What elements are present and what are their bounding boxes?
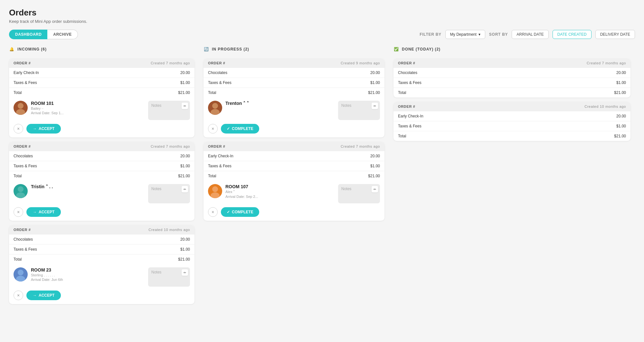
reject-button[interactable]: ×: [14, 207, 23, 217]
done-order-2: ORDER # Created 10 months ago Early Chec…: [393, 102, 630, 141]
notes-edit-button[interactable]: [182, 103, 188, 109]
order-label: ORDER #: [204, 142, 279, 151]
incoming-order-1: ORDER # Created 7 months ago Early Check…: [9, 59, 194, 137]
accept-button[interactable]: ACCEPT: [26, 291, 61, 300]
guest-room: ROOM 107: [225, 184, 258, 189]
table-row: Taxes & Fees $1.00: [9, 245, 194, 254]
svg-point-3: [16, 192, 25, 198]
done-order-1: ORDER # Created 7 months ago Chocolates …: [393, 59, 630, 97]
complete-label: COMPLETE: [232, 126, 253, 131]
item-amount: $1.00: [83, 161, 194, 171]
check-icon: [227, 126, 230, 131]
notes-edit-button[interactable]: [372, 186, 378, 192]
done-order-2-table: ORDER # Created 10 months ago Early Chec…: [393, 102, 630, 141]
notes-text: Notes: [341, 187, 351, 191]
filter-by-label: FILTER BY: [420, 32, 441, 37]
sort-date-created[interactable]: DATE CREATED: [553, 30, 592, 39]
incoming-title: INCOMING (6): [17, 47, 47, 51]
order-label: ORDER #: [9, 59, 86, 68]
sort-delivery-date[interactable]: DELIVERY DATE: [595, 30, 635, 39]
guest-details: Tristin ˄ . .: [31, 184, 53, 189]
item-amount: 20.00: [83, 151, 194, 161]
guest-room: Trenton ˄ ˄: [225, 101, 249, 106]
order-created: Created 7 months ago: [83, 142, 194, 151]
svg-point-0: [18, 103, 24, 109]
svg-point-5: [16, 276, 25, 282]
card-bottom: ROOM 101 Bailey ·· Arrival Date: Sep 1..…: [9, 97, 194, 124]
item-amount: $21.00: [276, 88, 384, 98]
table-row: Total $21.00: [393, 131, 630, 141]
avatar-img: [14, 101, 28, 115]
reject-button[interactable]: ×: [208, 124, 218, 134]
item-name: Chocolates: [9, 151, 83, 161]
order-label: ORDER #: [393, 59, 489, 68]
item-amount: $21.00: [86, 88, 194, 98]
inprogress-order-1: ORDER # Created 9 months ago Chocolates …: [204, 59, 384, 137]
item-amount: $1.00: [279, 161, 384, 171]
guest-info: Tristin ˄ . .: [14, 184, 145, 203]
notes-edit-button[interactable]: [182, 269, 188, 276]
notes-edit-button[interactable]: [182, 186, 188, 192]
item-name: Total: [9, 171, 83, 181]
order-label: ORDER #: [204, 59, 276, 68]
reject-button[interactable]: ×: [208, 207, 218, 217]
table-row: Total $21.00: [9, 88, 194, 98]
accept-label: ACCEPT: [39, 293, 54, 298]
inprogress-title: IN PROGRESS (2): [212, 47, 249, 51]
table-row: Taxes & Fees $1.00: [393, 78, 630, 88]
item-amount: $21.00: [489, 88, 630, 98]
incoming-icon: 🔔: [9, 46, 15, 52]
item-name: Taxes & Fees: [393, 78, 489, 88]
guest-details: ROOM 101 Bailey ·· Arrival Date: Sep 1..…: [31, 101, 64, 115]
pencil-icon: [374, 187, 376, 191]
item-amount: $1.00: [86, 78, 194, 88]
sort-arrival-date[interactable]: ARRIVAL DATE: [512, 30, 548, 39]
filter-sort-bar: FILTER BY My Department SORT BY ARRIVAL …: [420, 30, 635, 39]
order-label: ORDER #: [9, 142, 83, 151]
guest-info: ROOM 107 Alex ˄ Arrival Date: Sep 2...: [208, 184, 335, 203]
avatar-img: [14, 267, 28, 282]
item-amount: 20.00: [279, 151, 384, 161]
notes-box-2: Notes: [148, 184, 190, 203]
avatar: [208, 101, 222, 115]
guest-info: ROOM 23 Sterling . . . . . . Arrival Dat…: [14, 267, 145, 287]
card-actions: × COMPLETE: [204, 124, 384, 137]
guest-arrival: Arrival Date: Sep 2...: [225, 195, 258, 199]
reject-button[interactable]: ×: [14, 124, 23, 134]
complete-button[interactable]: COMPLETE: [221, 124, 259, 134]
accept-label: ACCEPT: [39, 126, 54, 131]
complete-button[interactable]: COMPLETE: [221, 207, 259, 217]
top-bar: DASHBOARD ARCHIVE FILTER BY My Departmen…: [9, 30, 635, 39]
accept-button[interactable]: ACCEPT: [26, 207, 61, 217]
reject-button[interactable]: ×: [14, 291, 23, 300]
incoming-order-2-table: ORDER # Created 7 months ago Chocolates …: [9, 142, 194, 181]
incoming-order-3: ORDER # Created 10 months ago Chocolates…: [9, 225, 194, 304]
avatar: [14, 101, 28, 115]
filter-select[interactable]: My Department: [445, 30, 485, 39]
table-row: Taxes & Fees $1.00: [204, 161, 384, 171]
card-bottom: ROOM 23 Sterling . . . . . . Arrival Dat…: [9, 264, 194, 291]
svg-point-7: [211, 109, 220, 115]
tab-dashboard[interactable]: DASHBOARD: [9, 30, 47, 39]
table-row: Early Check-In 20.00: [393, 111, 630, 121]
notes-text: Notes: [151, 187, 161, 191]
card-actions: × ACCEPT: [9, 124, 194, 137]
table-row: Chocolates 20.00: [9, 235, 194, 245]
order-created: Created 10 months ago: [489, 102, 630, 111]
notes-text: Notes: [151, 270, 161, 274]
guest-details: ROOM 107 Alex ˄ Arrival Date: Sep 2...: [225, 184, 258, 199]
item-amount: 20.00: [86, 68, 194, 78]
tab-archive[interactable]: ARCHIVE: [47, 30, 78, 39]
table-row: Total $21.00: [9, 254, 194, 264]
accept-button[interactable]: ACCEPT: [26, 124, 61, 134]
avatar-img: [208, 184, 222, 198]
done-title: DONE (TODAY) (2): [402, 47, 440, 51]
item-name: Total: [204, 171, 279, 181]
guest-arrival: Arrival Date: Sep 1...: [31, 111, 64, 115]
notes-text: Notes: [341, 103, 351, 108]
item-name: Taxes & Fees: [9, 245, 81, 254]
svg-point-8: [212, 186, 218, 192]
notes-box-1: Notes: [148, 101, 190, 120]
notes-edit-button[interactable]: [372, 103, 378, 109]
inprogress-order-1-table: ORDER # Created 9 months ago Chocolates …: [204, 59, 384, 97]
